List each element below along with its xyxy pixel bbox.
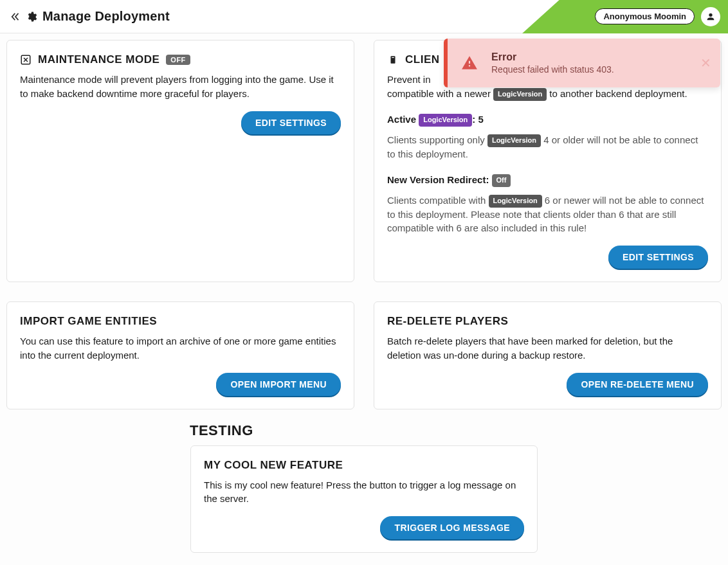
import-title: IMPORT GAME ENTITIES bbox=[20, 315, 341, 328]
warning-icon bbox=[460, 54, 478, 72]
user-menu[interactable]: Anonymous Moomin bbox=[595, 7, 720, 26]
client-compat-title: CLIEN bbox=[405, 53, 440, 66]
maintenance-card: MAINTENANCE MODE OFF Maintenance mode wi… bbox=[6, 40, 354, 282]
topbar: Manage Deployment Anonymous Moomin bbox=[0, 0, 728, 33]
svg-rect-4 bbox=[392, 57, 394, 58]
redirect-row: New Version Redirect: Off bbox=[387, 173, 708, 187]
testing-card: MY COOL NEW FEATURE This is my cool new … bbox=[190, 445, 538, 553]
toast-close-icon[interactable]: ✕ bbox=[700, 55, 711, 71]
client-compat-edit-button[interactable]: EDIT SETTINGS bbox=[608, 246, 708, 269]
import-desc: You can use this feature to import an ar… bbox=[20, 334, 341, 363]
import-card: IMPORT GAME ENTITIES You can use this fe… bbox=[6, 301, 354, 409]
active-version-row: Active LogicVersion: 5 bbox=[387, 112, 708, 127]
logic-version-tag: LogicVersion bbox=[487, 134, 541, 147]
trigger-log-button[interactable]: TRIGGER LOG MESSAGE bbox=[380, 516, 524, 539]
redelete-title: RE-DELETE PLAYERS bbox=[387, 315, 708, 328]
logic-version-tag: LogicVersion bbox=[493, 88, 547, 101]
testing-feature-desc: This is my cool new feature! Press the b… bbox=[204, 478, 524, 507]
maintenance-badge: OFF bbox=[166, 55, 190, 65]
maintenance-edit-button[interactable]: EDIT SETTINGS bbox=[241, 111, 341, 134]
logic-version-tag: LogicVersion bbox=[489, 195, 542, 208]
page-title: Manage Deployment bbox=[26, 9, 170, 24]
open-redelete-button[interactable]: OPEN RE-DELETE MENU bbox=[567, 373, 708, 396]
error-toast: Error Request failed with status 403. ✕ bbox=[444, 39, 720, 87]
gear-icon bbox=[26, 11, 37, 22]
maintenance-icon bbox=[20, 54, 32, 66]
svg-rect-3 bbox=[391, 56, 396, 64]
testing-feature-title: MY COOL NEW FEATURE bbox=[204, 459, 524, 472]
redirect-note: Clients compatible with LogicVersion 6 o… bbox=[387, 193, 708, 236]
open-import-button[interactable]: OPEN IMPORT MENU bbox=[216, 373, 341, 396]
redelete-desc: Batch re-delete players that have been m… bbox=[387, 334, 708, 363]
maintenance-desc: Maintenance mode will prevent players fr… bbox=[20, 73, 341, 101]
maintenance-title: MAINTENANCE MODE bbox=[38, 53, 159, 66]
collapse-icon[interactable] bbox=[9, 10, 22, 23]
toast-title: Error bbox=[491, 51, 614, 63]
redelete-card: RE-DELETE PLAYERS Batch re-delete player… bbox=[374, 301, 722, 409]
redirect-badge: Off bbox=[492, 174, 511, 187]
client-icon bbox=[387, 54, 399, 66]
logic-version-tag: LogicVersion bbox=[419, 114, 472, 127]
avatar bbox=[701, 7, 720, 26]
testing-section-title: TESTING bbox=[6, 422, 722, 439]
username-label: Anonymous Moomin bbox=[595, 8, 695, 24]
active-note: Clients supporting only LogicVersion 4 o… bbox=[387, 133, 708, 161]
toast-body: Request failed with status 403. bbox=[491, 64, 614, 75]
page-title-text: Manage Deployment bbox=[42, 9, 170, 24]
